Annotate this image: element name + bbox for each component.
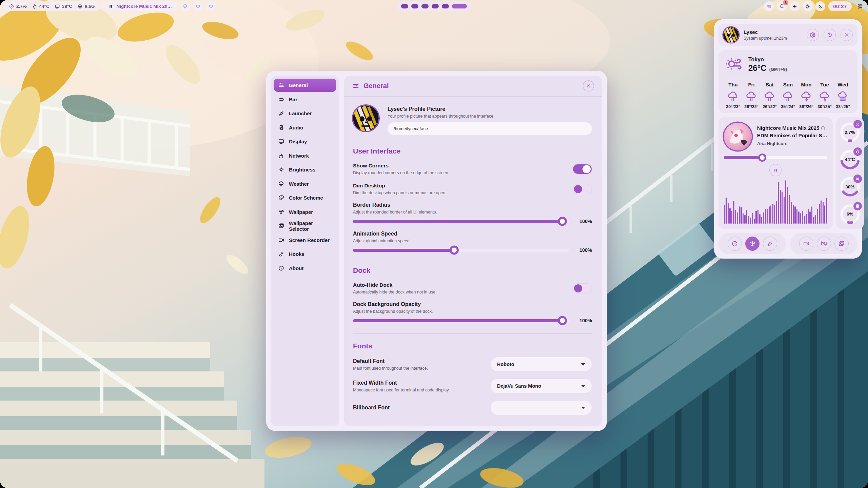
track-progress-slider[interactable] — [724, 156, 827, 159]
close-panel-button[interactable] — [841, 29, 853, 41]
headphones-icon — [821, 125, 826, 132]
sidebar-item-audio[interactable]: Audio — [274, 121, 336, 134]
sidebar-item-brightness[interactable]: Brightness — [274, 163, 336, 176]
screen-record-stop-button[interactable] — [817, 237, 831, 251]
border-radius-row: Border Radius Adjust the rounded border … — [353, 202, 592, 224]
fixed-width-font-dropdown[interactable]: DejaVu Sans Mono — [490, 379, 592, 393]
profile-avatar[interactable] — [353, 105, 379, 131]
memory-stat[interactable]: 9.6G — [77, 4, 95, 9]
notes-quick-button[interactable] — [180, 1, 190, 11]
power-button[interactable] — [824, 29, 836, 41]
sidebar-item-hooks[interactable]: Hooks — [274, 247, 336, 261]
now-playing-pill[interactable]: Nightcore Music Mix 20… — [103, 1, 177, 11]
billboard-font-dropdown[interactable] — [490, 400, 592, 415]
system-stats-pill[interactable]: 2.7% 44°C 38°C 9.6G — [3, 1, 100, 11]
audio-visualizer — [724, 180, 827, 224]
temperature-gauge[interactable]: 44°C — [839, 148, 861, 171]
setting-desc: Dim the desktop when panels or menus are… — [353, 190, 573, 195]
sidebar-item-launcher[interactable]: Launcher — [274, 107, 336, 120]
moon-slash-icon — [818, 4, 823, 9]
cloud-lightning-icon — [800, 90, 813, 103]
sliders-icon — [278, 82, 284, 88]
border-radius-slider[interactable] — [353, 220, 569, 223]
sidebar-item-wallpaper-selector[interactable]: Wallpaper Selector — [274, 219, 336, 232]
workspace-switcher[interactable] — [397, 1, 471, 11]
sidebar-label: Hooks — [289, 251, 304, 257]
cpu-usage-stat[interactable]: 2.7% — [9, 4, 27, 9]
sidebar-item-general[interactable]: General — [274, 79, 336, 92]
sidebar-item-bar[interactable]: Bar — [274, 93, 336, 106]
profile-path-input[interactable]: /home/lysec/.face — [388, 122, 592, 135]
slider-knob[interactable] — [558, 316, 567, 325]
progress-knob[interactable] — [758, 154, 766, 162]
dock-opacity-slider[interactable] — [353, 319, 569, 322]
sidebar-item-weather[interactable]: Weather — [274, 177, 336, 190]
volume-button[interactable] — [790, 1, 800, 11]
flame-icon — [32, 4, 37, 9]
skull-icon — [182, 4, 188, 9]
dim-desktop-toggle[interactable] — [573, 184, 592, 194]
clock[interactable]: 00:27 — [828, 1, 852, 11]
tray-app-icon[interactable] — [764, 1, 774, 11]
wallpaper-selector-button[interactable] — [834, 237, 849, 251]
workspace-dot-1[interactable] — [401, 4, 408, 8]
sidebar-item-screen-recorder[interactable]: Screen Recorder — [274, 233, 336, 247]
forecast-day: Sun 35°/24° — [779, 82, 797, 109]
default-font-dropdown[interactable]: Roboto — [490, 357, 592, 372]
chevron-down-icon — [581, 385, 585, 387]
power-saver-profile-button[interactable] — [763, 237, 777, 251]
workspace-dot-active[interactable] — [452, 4, 467, 8]
night-light-button[interactable] — [815, 1, 825, 11]
profile-picture-row: Lysec's Profile Picture Your profile pic… — [353, 105, 592, 135]
slider-knob[interactable] — [450, 246, 459, 255]
brightness-sun-icon — [278, 166, 284, 173]
cloud-rain-icon — [745, 90, 758, 103]
likes-quick-button[interactable] — [206, 1, 216, 11]
system-uptime: System uptime: 1h23m — [744, 36, 802, 41]
settings-scroll-area[interactable]: Lysec's Profile Picture Your profile pic… — [344, 97, 602, 426]
play-pause-button[interactable] — [769, 164, 782, 176]
dock-opacity-value: 100% — [574, 318, 592, 323]
sidebar-label: Network — [289, 153, 309, 159]
gpu-temp-stat[interactable]: 38°C — [55, 4, 72, 9]
sidebar-item-about[interactable]: About — [274, 262, 336, 275]
brightness-button[interactable] — [803, 1, 812, 11]
monitor-icon — [278, 138, 284, 145]
workspace-dot-4[interactable] — [432, 4, 439, 8]
close-button[interactable] — [583, 80, 594, 92]
settings-button[interactable] — [807, 29, 819, 41]
sidebar-item-display[interactable]: Display — [274, 135, 336, 148]
cpu-gauge[interactable]: 2.7% — [839, 121, 861, 144]
animation-speed-slider[interactable] — [353, 249, 569, 252]
workspace-dot-5[interactable] — [442, 4, 449, 8]
workspace-dot-2[interactable] — [411, 4, 418, 8]
setting-desc: Monospace font used for terminal and cod… — [353, 388, 490, 392]
weather-card[interactable]: Tokyo 26°C (GMT+9) Thu 30°/23° Fri 26°/2… — [718, 50, 857, 113]
billboard-font-row: Billboard Font — [353, 400, 592, 415]
sidebar-label: Wallpaper — [289, 209, 313, 215]
performance-profile-button[interactable] — [728, 237, 742, 251]
screen-record-button[interactable] — [799, 237, 813, 251]
setting-desc: Adjust the rounded border of all UI elem… — [353, 210, 592, 215]
show-corners-toggle[interactable] — [573, 164, 592, 174]
balanced-profile-button[interactable] — [745, 237, 760, 251]
forecast-temps: 35°/24° — [779, 104, 797, 109]
favorites-quick-button[interactable] — [193, 1, 203, 11]
setting-desc: Adjust global animation speed. — [353, 239, 592, 243]
profile-title: Lysec's Profile Picture — [388, 106, 592, 112]
gpu-monitor-icon — [55, 4, 60, 9]
forecast-day: Sat 26°/22° — [761, 82, 779, 109]
auto-hide-dock-toggle[interactable] — [573, 283, 592, 293]
memory-gauge[interactable]: 30% — [839, 175, 861, 198]
sidebar-item-color-scheme[interactable]: Color Scheme — [274, 191, 336, 204]
sidebar-item-network[interactable]: Network — [274, 149, 336, 162]
system-gauges-card: 2.7% 44°C 30% 6% — [836, 117, 864, 229]
dropdown-value: Roboto — [497, 362, 514, 367]
workspace-dot-3[interactable] — [421, 4, 429, 8]
disk-gauge[interactable]: 6% — [839, 203, 861, 226]
sidebar-item-wallpaper[interactable]: Wallpaper — [274, 205, 336, 219]
slider-knob[interactable] — [558, 217, 567, 226]
show-corners-row: Show Corners Display rounded corners on … — [353, 163, 592, 175]
cpu-temp-stat[interactable]: 44°C — [32, 4, 50, 9]
bar-pill-icon — [278, 96, 284, 103]
